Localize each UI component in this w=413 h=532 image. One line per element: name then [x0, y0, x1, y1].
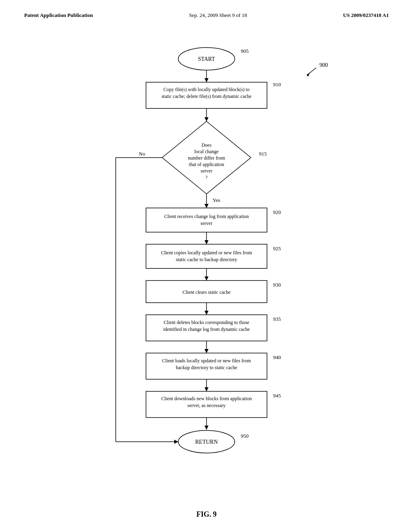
- diamond-915-text2: local change: [194, 149, 219, 154]
- flowchart-container: 900 START 905 Copy file(s) with locally …: [24, 31, 389, 519]
- ref-910: 910: [273, 81, 281, 87]
- header-left: Patent Application Publication: [24, 12, 93, 19]
- box-940-text2: backup directory to static cache: [176, 365, 237, 370]
- svg-marker-3: [204, 78, 209, 82]
- ref-940: 940: [273, 354, 281, 360]
- ref-950: 950: [241, 433, 249, 439]
- start-label: START: [198, 56, 215, 62]
- ref-930: 930: [273, 282, 281, 288]
- header-right: US 2009/0237418 A1: [343, 12, 389, 19]
- box-920: [146, 208, 267, 232]
- ref-900: 900: [319, 62, 328, 68]
- box-945-text1: Client downloads new blocks from applica…: [161, 396, 252, 401]
- header-center: Sep. 24, 2009 Sheet 9 of 18: [189, 12, 247, 19]
- diamond-915-text6: ?: [205, 175, 207, 180]
- svg-marker-11: [204, 276, 209, 281]
- box-945-text2: server, as necessary: [188, 403, 225, 408]
- return-label: RETURN: [195, 439, 218, 445]
- box-935-text1: Client deletes blocks corresponding to t…: [164, 320, 249, 325]
- ref-925: 925: [273, 245, 281, 251]
- svg-marker-1: [307, 73, 310, 77]
- diamond-915-text4: that of application: [189, 162, 224, 167]
- box-910-text2: static cache; delete file(s) from dynami…: [161, 94, 251, 99]
- svg-marker-5: [204, 117, 209, 121]
- box-930-text: Client clears static cache: [183, 289, 231, 295]
- svg-marker-17: [204, 387, 209, 391]
- svg-marker-15: [204, 349, 209, 353]
- diamond-915-text3: number differ from: [188, 155, 225, 161]
- flowchart-svg: 900 START 905 Copy file(s) with locally …: [53, 35, 360, 498]
- box-910-text1: Copy file(s) with locally updated block(…: [163, 87, 249, 92]
- yes-label: Yes: [213, 197, 220, 203]
- no-label: No: [139, 151, 145, 157]
- diamond-915-text1: Does: [202, 142, 212, 148]
- box-920-text2: server: [200, 220, 212, 226]
- svg-marker-13: [204, 311, 209, 315]
- page: Patent Application Publication Sep. 24, …: [0, 0, 413, 532]
- diamond-915-text5: server: [200, 168, 212, 174]
- box-935-text2: identified in change log from dynamic ca…: [163, 326, 250, 332]
- ref-945: 945: [273, 393, 281, 399]
- svg-marker-19: [204, 426, 209, 430]
- svg-marker-7: [204, 204, 209, 208]
- ref-915: 915: [259, 151, 267, 157]
- box-925-text1: Client copies locally updated or new fil…: [161, 250, 252, 256]
- ref-935: 935: [273, 316, 281, 322]
- ref-905: 905: [241, 48, 249, 54]
- page-header: Patent Application Publication Sep. 24, …: [24, 12, 389, 19]
- box-920-text1: Client receives change log from applicat…: [164, 214, 249, 219]
- box-925-text2: static cache to backup directory: [176, 257, 237, 262]
- box-925: [146, 244, 267, 268]
- ref-920: 920: [273, 209, 281, 215]
- box-940-text1: Client loads locally updated or new file…: [162, 358, 251, 364]
- svg-marker-23: [174, 440, 178, 444]
- figure-label: FIG. 9: [196, 510, 217, 519]
- svg-marker-9: [204, 240, 209, 244]
